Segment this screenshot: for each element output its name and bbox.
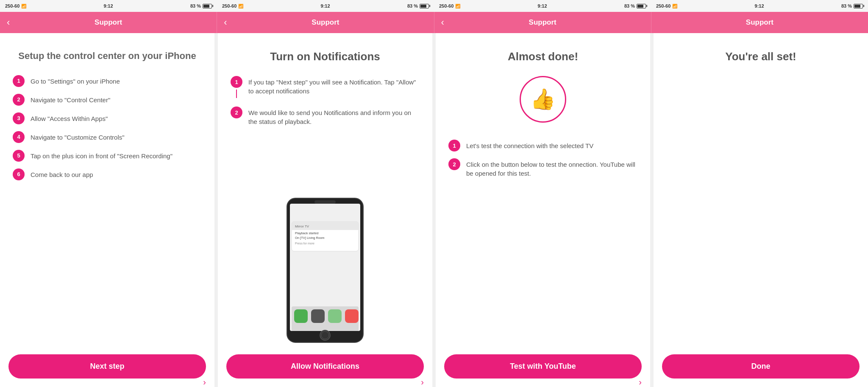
- svg-text:Press for more: Press for more: [295, 242, 314, 245]
- panel-1-title: Setup the control center on your iPhone: [18, 50, 196, 62]
- thumbs-up-icon: 👍: [530, 87, 556, 111]
- battery-icon-2: [420, 4, 429, 8]
- step-3-text: Allow "Access Within Apps": [31, 112, 108, 123]
- step-1-text: Go to "Settings" on your iPhone: [31, 75, 120, 86]
- phone-mockup-area: Mirror TV Playback started On [TV] Livin…: [285, 135, 365, 345]
- bottom-chevron-1: ›: [203, 377, 206, 387]
- step-4-number: 4: [13, 131, 25, 143]
- nav-title-1: Support: [95, 18, 122, 27]
- carrier-2: 250-60: [222, 3, 236, 8]
- status-bars: 250-60 📶 9:12 83 % 250-60 📶 9:12 83 % 25…: [0, 0, 868, 12]
- battery-pct-1: 83 %: [190, 3, 201, 8]
- svg-text:On [TV] Living Room: On [TV] Living Room: [295, 236, 325, 240]
- step-4-item: 4 Navigate to "Customize Controls": [13, 131, 202, 143]
- time-2: 9:12: [321, 3, 330, 8]
- panel-2-steps: 1 If you tap "Next step" you will see a …: [231, 76, 420, 135]
- panel3-step-1-text: Let's test the connection with the selec…: [466, 140, 593, 150]
- svg-rect-13: [328, 309, 342, 323]
- carrier-3: 250-60: [439, 3, 453, 8]
- wifi-icon-3: 📶: [455, 4, 460, 8]
- wifi-icon-4: 📶: [672, 4, 677, 8]
- panel-3-steps: 1 Let's test the connection with the sel…: [448, 140, 637, 178]
- step-3-number: 3: [13, 112, 25, 124]
- panel3-step-2: 2 Click on the button below to test the …: [448, 158, 637, 178]
- panel3-step-1-number: 1: [448, 140, 460, 151]
- test-youtube-button[interactable]: Test with YouTube: [444, 354, 642, 379]
- svg-text:Mirror TV: Mirror TV: [295, 224, 309, 228]
- phone-mockup-svg: Mirror TV Playback started On [TV] Livin…: [285, 196, 365, 345]
- step-6-item: 6 Come back to our app: [13, 168, 202, 180]
- bottom-chevron-3: ›: [639, 377, 642, 387]
- step-2-number: 2: [13, 94, 25, 106]
- svg-text:Playback started: Playback started: [295, 231, 318, 235]
- notif-step-2: 2 We would like to send you Notification…: [231, 107, 420, 135]
- battery-pct-3: 83 %: [624, 3, 635, 8]
- panel-1-btn-area: Next step: [8, 354, 206, 379]
- step-6-text: Come back to our app: [31, 168, 93, 179]
- svg-rect-2: [314, 200, 336, 204]
- step-5-number: 5: [13, 150, 25, 162]
- battery-icon-1: [203, 4, 212, 8]
- step-4-text: Navigate to "Customize Controls": [31, 131, 125, 142]
- back-button-3[interactable]: ‹: [441, 17, 444, 28]
- carrier-4: 250-60: [656, 3, 670, 8]
- time-1: 9:12: [104, 3, 113, 8]
- panel3-step-2-text: Click on the button below to test the on…: [466, 158, 637, 178]
- next-step-button[interactable]: Next step: [8, 354, 206, 379]
- panel3-step-2-number: 2: [448, 158, 460, 170]
- nav-title-4: Support: [746, 18, 773, 27]
- notif-step-2-number: 2: [231, 107, 242, 118]
- battery-pct-2: 83 %: [407, 3, 418, 8]
- panel-3: Almost done! 👍 1 Let's test the connecti…: [436, 33, 654, 387]
- panel-2: Turn on Notifications 1 If you tap "Next…: [218, 33, 436, 387]
- step-6-number: 6: [13, 168, 25, 180]
- battery-icon-3: [637, 4, 646, 8]
- notif-step-1-line: [236, 90, 237, 98]
- status-bar-2: 250-60 📶 9:12 83 %: [217, 0, 434, 12]
- svg-rect-12: [311, 309, 325, 323]
- notif-step-2-wrap: 2: [231, 107, 242, 118]
- svg-rect-11: [294, 309, 308, 323]
- panel-4: You're all set! Done: [654, 33, 868, 387]
- svg-rect-14: [345, 309, 359, 323]
- panel-2-btn-area: Allow Notifications: [226, 354, 424, 379]
- time-3: 9:12: [538, 3, 547, 8]
- nav-bar-3: ‹ Support: [434, 12, 651, 33]
- notif-step-1-text: If you tap "Next step" you will see a No…: [248, 76, 420, 95]
- allow-notifications-button[interactable]: Allow Notifications: [226, 354, 424, 379]
- panels: Setup the control center on your iPhone …: [0, 33, 868, 387]
- step-2-item: 2 Navigate to "Control Center": [13, 94, 202, 106]
- step-1-number: 1: [13, 75, 25, 87]
- panel-4-title: You're all set!: [725, 50, 796, 63]
- status-bar-1: 250-60 📶 9:12 83 %: [0, 0, 217, 12]
- notif-step-2-text: We would like to send you Notifications …: [248, 107, 420, 126]
- done-button[interactable]: Done: [662, 354, 860, 379]
- status-bar-3: 250-60 📶 9:12 83 %: [434, 0, 651, 12]
- notif-step-1-number: 1: [231, 76, 242, 88]
- thumbs-circle: 👍: [520, 76, 566, 123]
- panel-4-btn-area: Done: [662, 354, 860, 379]
- battery-icon-4: [854, 4, 863, 8]
- step-5-item: 5 Tap on the plus icon in front of "Scre…: [13, 150, 202, 162]
- panel-3-title: Almost done!: [508, 50, 578, 63]
- wifi-icon-2: 📶: [238, 4, 243, 8]
- carrier-1: 250-60: [5, 3, 19, 8]
- back-button-2[interactable]: ‹: [224, 17, 227, 28]
- nav-bars: ‹ Support ‹ Support ‹ Support Support: [0, 12, 868, 33]
- panel-1: Setup the control center on your iPhone …: [0, 33, 218, 387]
- step-1-item: 1 Go to "Settings" on your iPhone: [13, 75, 202, 87]
- panel-3-btn-area: Test with YouTube: [444, 354, 642, 379]
- panel-1-steps: 1 Go to "Settings" on your iPhone 2 Navi…: [13, 75, 202, 180]
- nav-title-3: Support: [529, 18, 556, 27]
- step-5-text: Tap on the plus icon in front of "Screen…: [31, 150, 172, 160]
- nav-bar-2: ‹ Support: [217, 12, 434, 33]
- wifi-icon-1: 📶: [21, 4, 26, 8]
- nav-bar-1: ‹ Support: [0, 12, 217, 33]
- status-bar-4: 250-60 📶 9:12 83 %: [651, 0, 868, 12]
- notif-step-1: 1 If you tap "Next step" you will see a …: [231, 76, 420, 107]
- panel3-step-1: 1 Let's test the connection with the sel…: [448, 140, 637, 151]
- battery-pct-4: 83 %: [841, 3, 852, 8]
- svg-point-15: [320, 330, 330, 340]
- nav-bar-4: Support: [651, 12, 868, 33]
- back-button-1[interactable]: ‹: [7, 17, 10, 28]
